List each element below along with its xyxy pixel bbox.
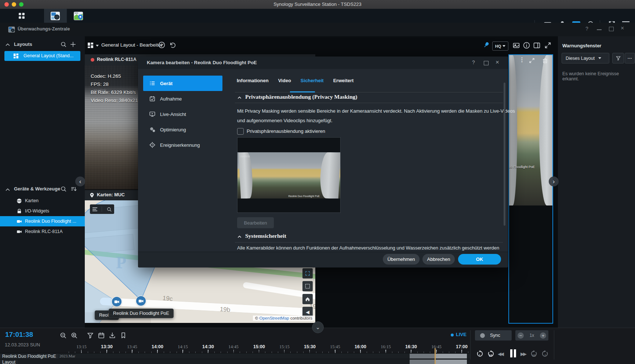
map-home-button[interactable] — [302, 294, 313, 304]
street-label-19b: 19b — [219, 306, 231, 314]
main-menu-icon[interactable] — [18, 12, 26, 20]
collapse-timeline-button[interactable]: ⌄ — [312, 321, 324, 333]
map-fullscreen-button[interactable] — [302, 268, 313, 279]
expand-canvas-icon[interactable] — [544, 41, 552, 49]
canvas-next-arrow[interactable]: › — [549, 176, 559, 186]
alerts-funnel-button[interactable] — [612, 53, 624, 63]
speed-plus-button[interactable]: + — [540, 332, 546, 339]
canvas-prev-arrow[interactable]: ‹ — [75, 176, 85, 186]
map-search-icon[interactable] — [106, 207, 112, 212]
devices-sort-icon[interactable] — [70, 186, 77, 192]
minimize-window-icon[interactable] — [597, 29, 602, 30]
help-window-icon[interactable]: ? — [585, 26, 588, 32]
undo-layout-icon[interactable] — [168, 41, 176, 49]
current-time: 17:01:38 — [5, 331, 33, 339]
recording-segment[interactable] — [410, 360, 467, 364]
tick-label: 13:15 — [76, 344, 86, 350]
map-menu-icon[interactable] — [92, 207, 98, 212]
track-row-layout[interactable]: Layout — [0, 359, 470, 364]
layout-switcher-icon[interactable] — [87, 42, 94, 48]
system-section-collapse-icon[interactable] — [237, 235, 242, 239]
dialog-nav-aufnahme[interactable]: Aufnahme — [143, 91, 222, 106]
openstreetmap-link[interactable]: OpenStreetMap — [260, 316, 289, 320]
add-layout-icon[interactable] — [70, 41, 76, 48]
timeline-download-icon[interactable] — [109, 332, 116, 339]
tile-delete-icon[interactable] — [542, 57, 548, 64]
sidebar-item-reolink-rlc[interactable]: Reolink RLC-811A — [0, 226, 85, 237]
dialog-titlebar[interactable]: Kamera bearbeiten - Reolink Duo Floodlig… — [138, 57, 508, 69]
close-window-icon[interactable]: × — [621, 25, 624, 32]
live-label[interactable]: LIVE — [456, 332, 467, 337]
layouts-section-title: Layouts — [14, 41, 32, 47]
recording-segment[interactable] — [410, 354, 467, 358]
layouts-search-icon[interactable] — [60, 41, 67, 48]
devices-collapse-icon[interactable] — [5, 188, 10, 192]
dialog-help-icon[interactable]: ? — [472, 59, 475, 65]
prev-event-button[interactable]: ! — [476, 350, 484, 357]
forward-10s-button[interactable]: 10 — [530, 350, 538, 357]
alerts-filter-dropdown[interactable]: Dieses Layout — [562, 53, 609, 63]
dialog-nav-geraet[interactable]: Gerät — [143, 76, 222, 91]
surveillance-station-app-icon[interactable] — [50, 11, 60, 21]
tab-erweitert[interactable]: Erweitert — [333, 78, 354, 83]
speed-minus-button[interactable]: − — [518, 332, 524, 339]
track-row-camera[interactable]: Reolink Duo Floodlight PoE 2023.Mar — [0, 353, 470, 359]
tile-expand-icon[interactable] — [529, 57, 535, 64]
alerts-panel-title: Warnungsfenster — [562, 43, 601, 48]
sidebar-item-karten[interactable]: Karten — [0, 196, 85, 206]
sidebar-item-io-widgets[interactable]: I/O-Widgets — [0, 206, 85, 216]
rewind-10s-button[interactable]: 10 — [487, 350, 495, 357]
dialog-nav-label: Gerät — [160, 81, 173, 86]
emap-app-icon[interactable] — [73, 11, 83, 21]
next-event-button[interactable]: ! — [541, 350, 549, 357]
tabs-divider — [235, 92, 503, 92]
tick-label: 14:00 — [152, 344, 163, 349]
timeline-calendar-icon[interactable] — [98, 332, 105, 339]
pause-button[interactable] — [509, 349, 518, 357]
tile-more-icon[interactable]: ⋮ — [519, 56, 525, 63]
privacy-mask-preview[interactable]: reolink Reolink Duo Floodlight PoE — [237, 137, 341, 213]
map-select-region-button[interactable] — [302, 281, 313, 291]
devices-search-icon[interactable] — [60, 186, 67, 192]
timeline-zoom-in-icon[interactable] — [70, 332, 78, 339]
maximize-window-icon[interactable] — [609, 27, 614, 31]
snapshot-icon[interactable] — [512, 41, 520, 49]
camera-marker-2[interactable] — [136, 296, 146, 306]
side-panel-icon[interactable] — [533, 41, 541, 49]
confirm-layout-icon[interactable] — [158, 41, 166, 49]
sidebar-item-general-layout[interactable]: General Layout (Stand... — [4, 51, 80, 61]
apply-button[interactable]: Übernehmen — [383, 254, 420, 265]
dialog-scrollbar[interactable] — [504, 83, 505, 226]
cancel-button[interactable]: Abbrechen — [422, 254, 455, 265]
dialog-nav-ereigniserkennung[interactable]: Ereigniserkennung — [143, 137, 222, 153]
info-icon[interactable] — [523, 41, 530, 49]
preview-video-frame: reolink Reolink Duo Floodlight PoE — [237, 152, 340, 199]
timeline-bookmark-icon[interactable] — [120, 332, 127, 339]
ok-button[interactable]: OK — [458, 254, 501, 265]
tab-informationen[interactable]: Informationen — [237, 78, 269, 83]
timeline-filter-icon[interactable] — [87, 332, 94, 339]
tab-video[interactable]: Video — [278, 78, 291, 83]
dialog-close-icon[interactable]: × — [496, 59, 499, 66]
dialog-nav-live-ansicht[interactable]: Live-Ansicht — [143, 106, 222, 122]
stream-quality-button[interactable]: HQ — [492, 41, 508, 51]
privacy-section-collapse-icon[interactable] — [237, 96, 242, 100]
layouts-collapse-icon[interactable] — [5, 43, 10, 47]
sync-button[interactable]: Sync — [475, 330, 512, 341]
timeline-zoom-out-icon[interactable] — [59, 332, 67, 339]
layout-switcher-caret-icon[interactable] — [96, 45, 99, 47]
dialog-nav-optimierung[interactable]: Optimierung — [143, 122, 222, 137]
tab-sicherheit[interactable]: Sicherheit — [301, 78, 324, 83]
alerts-more-button[interactable]: ··· — [625, 53, 635, 63]
window-tab-label[interactable]: Überwachungs-Zentrale — [18, 26, 70, 32]
dialog-maximize-icon[interactable] — [484, 61, 489, 65]
camera-marker-1[interactable] — [112, 297, 121, 306]
camera-tile-name: Reolink RLC-811A — [97, 57, 137, 62]
edit-mask-button[interactable]: Bearbeiten — [237, 217, 274, 228]
fast-backward-button[interactable]: ◀◀ — [498, 351, 503, 357]
camera-tile-duo-floodlight[interactable]: Reolink Duo Floodlight PoE — [508, 54, 553, 324]
privacy-checkbox[interactable] — [237, 128, 244, 135]
fast-forward-button[interactable]: ▶▶ — [520, 351, 526, 357]
sidebar-item-reolink-duo[interactable]: Reolink Duo Floodlight ... — [0, 216, 85, 226]
timeline-playhead[interactable] — [435, 348, 436, 364]
